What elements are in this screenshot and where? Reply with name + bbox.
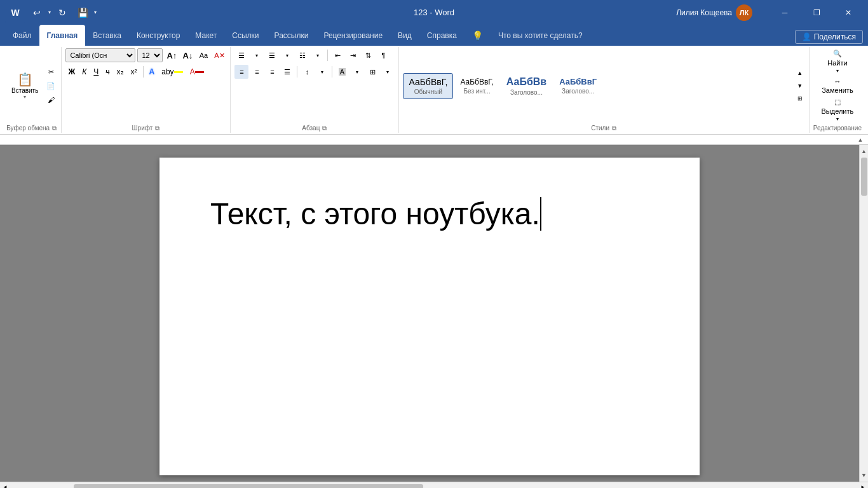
paragraph-expand-icon[interactable]: ⧉ (321, 125, 327, 132)
borders-dropdown[interactable]: ▾ (381, 65, 395, 79)
borders-button[interactable]: ⊞ (365, 65, 379, 79)
font-expand-icon[interactable]: ⧉ (154, 125, 160, 132)
font-decrease-button[interactable]: A↓ (180, 48, 194, 62)
divider (143, 66, 144, 78)
find-dropdown[interactable]: ▾ (836, 68, 839, 74)
line-spacing-dropdown[interactable]: ▾ (315, 65, 329, 79)
document-content[interactable]: Текст, с этого ноутбука. (210, 196, 649, 233)
text-highlight-button[interactable]: аby (159, 65, 185, 79)
h-scroll-track[interactable] (10, 482, 858, 488)
quick-access-dropdown[interactable]: ▾ (94, 10, 97, 15)
styles-items: АаБбВвГ, Обычный АаБбВвГ, Без инт... АаБ… (403, 73, 793, 99)
select-button[interactable]: ⬚ Выделить ▾ (818, 97, 857, 123)
align-center-button[interactable]: ≡ (250, 65, 264, 79)
scroll-track[interactable] (860, 158, 868, 469)
paste-button[interactable]: 📋 Вставить ▾ (6, 69, 43, 102)
multilevel-dropdown[interactable]: ▾ (311, 48, 325, 62)
style-heading2[interactable]: АаБбВвГ Заголово... (553, 73, 602, 99)
font-label: Шрифт ⧉ (65, 123, 226, 132)
h-scroll-left-button[interactable]: ◄ (0, 482, 10, 489)
bullets-button[interactable]: ☰ (234, 48, 248, 62)
styles-expand-icon[interactable]: ⧉ (611, 125, 617, 132)
justify-button[interactable]: ☰ (280, 65, 294, 79)
font-size-select[interactable]: 12 (137, 48, 163, 62)
multilevel-button[interactable]: ☷ (295, 48, 309, 62)
collapse-ribbon-button[interactable]: ▲ (855, 135, 865, 145)
tab-design[interactable]: Конструктор (129, 25, 187, 46)
horizontal-scroll-area: ◄ ► (0, 482, 868, 488)
vertical-scrollbar[interactable]: ▲ ▼ (859, 145, 868, 482)
shading-button[interactable]: A (335, 65, 349, 79)
tab-home[interactable]: Главная (39, 25, 86, 46)
change-case-button[interactable]: Aa (196, 48, 210, 62)
increase-indent-button[interactable]: ⇥ (346, 48, 360, 62)
replace-button[interactable]: ↔ Заменить (818, 76, 857, 95)
tab-review[interactable]: Рецензирование (316, 25, 390, 46)
h-scroll-right-button[interactable]: ► (858, 482, 868, 489)
user-info[interactable]: Лилия Кощеева ЛК (676, 4, 752, 21)
styles-scroll-up-button[interactable]: ▲ (795, 67, 805, 79)
bold-button[interactable]: Ж (65, 65, 78, 79)
close-button[interactable]: ✕ (834, 0, 863, 25)
cut-button[interactable]: ✂ (44, 65, 57, 78)
text-effects-button[interactable]: A (147, 65, 158, 79)
h-scroll-thumb[interactable] (74, 484, 423, 488)
document-scroll[interactable]: Текст, с этого ноутбука. (0, 145, 859, 482)
scroll-up-button[interactable]: ▲ (860, 145, 869, 158)
tab-lightbulb[interactable]: 💡 (465, 25, 491, 46)
font-color-button[interactable]: A (187, 65, 207, 79)
sort-button[interactable]: ⇅ (361, 48, 375, 62)
style-heading1[interactable]: АаБбВв Заголово... (501, 73, 552, 99)
style-no-spacing[interactable]: АаБбВвГ, Без инт... (454, 73, 499, 99)
autosave-button[interactable]: 💾 (74, 4, 92, 22)
tab-layout[interactable]: Макет (187, 25, 224, 46)
tab-help[interactable]: Справка (419, 25, 465, 46)
restore-button[interactable]: ❐ (802, 0, 831, 25)
align-left-button[interactable]: ≡ (234, 65, 248, 79)
font-increase-button[interactable]: A↑ (165, 48, 179, 62)
style-normal[interactable]: АаБбВвГ, Обычный (403, 73, 453, 99)
font-name-select[interactable]: Calibri (Осн (65, 48, 135, 62)
line-spacing-button[interactable]: ↕ (300, 65, 314, 79)
find-button[interactable]: 🔍 Найти ▾ (818, 48, 857, 75)
decrease-indent-button[interactable]: ⇤ (330, 48, 344, 62)
subscript-button[interactable]: х₂ (114, 65, 126, 79)
share-button[interactable]: 👤 Поделиться (795, 30, 863, 44)
user-avatar: ЛК (736, 4, 752, 21)
numbering-button[interactable]: ☰ (265, 48, 279, 62)
bullets-dropdown[interactable]: ▾ (250, 48, 264, 62)
tab-view[interactable]: Вид (390, 25, 419, 46)
shading-dropdown[interactable]: ▾ (350, 65, 364, 79)
format-painter-button[interactable]: 🖌 (44, 93, 57, 106)
paragraph-label: Абзац ⧉ (234, 123, 395, 132)
undo-button[interactable]: ↩ (28, 4, 46, 22)
select-dropdown[interactable]: ▾ (836, 116, 839, 122)
tab-references[interactable]: Ссылки (224, 25, 266, 46)
align-right-button[interactable]: ≡ (265, 65, 279, 79)
scroll-thumb[interactable] (861, 158, 867, 196)
styles-label: Стили ⧉ (403, 123, 804, 132)
superscript-button[interactable]: х² (128, 65, 140, 79)
tab-search[interactable]: Что вы хотите сделать? (491, 25, 590, 46)
tab-file[interactable]: Файл (5, 25, 39, 46)
numbering-dropdown[interactable]: ▾ (280, 48, 294, 62)
undo-dropdown[interactable]: ▾ (48, 10, 51, 15)
tab-insert[interactable]: Вставка (85, 25, 129, 46)
copy-button[interactable]: 📄 (44, 79, 57, 92)
styles-more-button[interactable]: ⊞ (795, 92, 805, 105)
clipboard-expand-icon[interactable]: ⧉ (51, 125, 57, 132)
style-no-spacing-label: Без инт... (463, 88, 490, 95)
italic-button[interactable]: К (79, 65, 89, 79)
minimize-button[interactable]: ─ (770, 0, 799, 25)
scroll-down-button[interactable]: ▼ (860, 469, 869, 482)
paste-dropdown[interactable]: ▾ (24, 94, 26, 100)
show-marks-button[interactable]: ¶ (376, 48, 390, 62)
editing-group: 🔍 Найти ▾ ↔ Заменить ⬚ Выделить ▾ Редакт… (810, 47, 865, 133)
clear-format-button[interactable]: A✕ (212, 48, 226, 62)
underline-button[interactable]: Ч (91, 65, 101, 79)
strikethrough-button[interactable]: ч (103, 65, 112, 79)
tab-mailings[interactable]: Рассылки (267, 25, 316, 46)
redo-button[interactable]: ↻ (53, 4, 71, 22)
styles-scroll-down-button[interactable]: ▼ (795, 79, 805, 92)
text-cursor (540, 197, 541, 231)
